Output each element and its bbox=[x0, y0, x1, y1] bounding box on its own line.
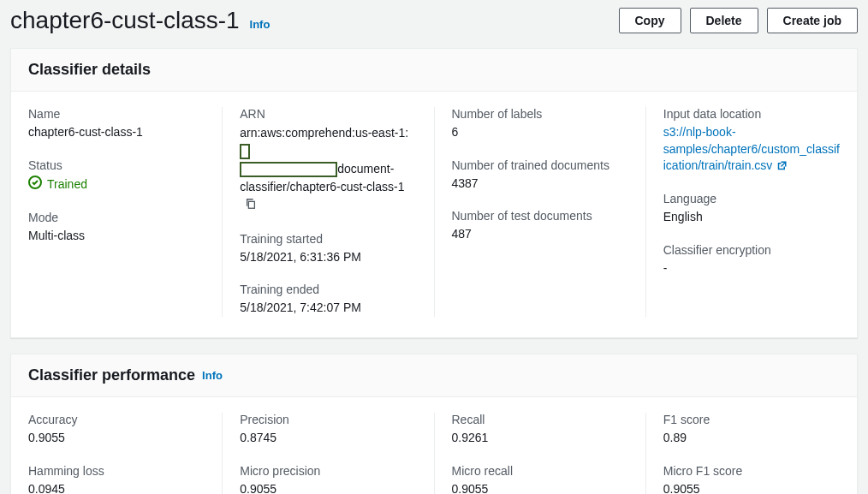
training-ended-label: Training ended bbox=[240, 283, 416, 296]
svg-rect-1 bbox=[249, 201, 255, 208]
kv-hamming: Hamming loss 0.0945 bbox=[28, 464, 205, 494]
kv-recall: Recall 0.9261 bbox=[452, 413, 628, 447]
details-col-4: Input data location s3://nlp-book-sample… bbox=[663, 107, 840, 317]
classifier-performance-body: Accuracy 0.9055 Hamming loss 0.0945 Prec… bbox=[11, 397, 857, 494]
arn-part1: arn:aws:comprehend:us-east-1: bbox=[240, 126, 408, 140]
classifier-details-panel: Classifier details Name chapter6-cust-cl… bbox=[10, 48, 858, 338]
precision-label: Precision bbox=[240, 413, 416, 426]
kv-micro-f1: Micro F1 score 0.9055 bbox=[663, 464, 840, 494]
kv-arn: ARN arn:aws:comprehend:us-east-1: docume… bbox=[240, 107, 416, 215]
perf-col-1: Accuracy 0.9055 Hamming loss 0.0945 bbox=[28, 413, 223, 494]
copy-icon[interactable] bbox=[245, 197, 257, 215]
classifier-details-title: Classifier details bbox=[28, 61, 151, 79]
micro-precision-value: 0.9055 bbox=[240, 481, 416, 494]
input-loc-label: Input data location bbox=[663, 107, 840, 121]
kv-num-test: Number of test documents 487 bbox=[452, 209, 628, 243]
header-actions: Copy Delete Create job bbox=[619, 8, 859, 33]
num-trained-value: 4387 bbox=[452, 176, 628, 193]
micro-recall-label: Micro recall bbox=[452, 464, 628, 478]
kv-encryption: Classifier encryption - bbox=[663, 243, 840, 277]
info-link[interactable]: Info bbox=[202, 369, 223, 382]
input-loc-value: s3://nlp-book-samples/chapter6/custom_cl… bbox=[663, 124, 840, 175]
create-job-button[interactable]: Create job bbox=[767, 8, 858, 33]
status-text: Trained bbox=[47, 176, 87, 193]
recall-label: Recall bbox=[452, 413, 628, 426]
language-label: Language bbox=[663, 192, 840, 205]
copy-button[interactable]: Copy bbox=[619, 8, 681, 33]
f1-label: F1 score bbox=[663, 413, 840, 426]
kv-training-started: Training started 5/18/2021, 6:31:36 PM bbox=[240, 232, 416, 266]
num-test-label: Number of test documents bbox=[452, 209, 628, 223]
details-col-2: ARN arn:aws:comprehend:us-east-1: docume… bbox=[240, 107, 434, 317]
kv-mode: Mode Multi-class bbox=[28, 211, 205, 245]
classifier-performance-panel: Classifier performance Info Accuracy 0.9… bbox=[10, 354, 858, 494]
kv-accuracy: Accuracy 0.9055 bbox=[28, 413, 205, 447]
training-started-value: 5/18/2021, 6:31:36 PM bbox=[240, 249, 416, 266]
kv-name: Name chapter6-cust-class-1 bbox=[28, 107, 205, 141]
page-header: chapter6-cust-class-1 Info Copy Delete C… bbox=[0, 0, 868, 48]
training-ended-value: 5/18/2021, 7:42:07 PM bbox=[240, 300, 416, 317]
kv-micro-recall: Micro recall 0.9055 bbox=[452, 464, 628, 494]
kv-status: Status Trained bbox=[28, 158, 205, 194]
encryption-label: Classifier encryption bbox=[663, 243, 840, 257]
arn-value: arn:aws:comprehend:us-east-1: document-c… bbox=[240, 124, 416, 215]
encryption-value: - bbox=[663, 260, 840, 277]
perf-col-2: Precision 0.8745 Micro precision 0.9055 bbox=[240, 413, 434, 494]
mode-label: Mode bbox=[28, 211, 205, 224]
kv-language: Language English bbox=[663, 192, 840, 226]
hamming-label: Hamming loss bbox=[28, 464, 205, 478]
kv-micro-precision: Micro precision 0.9055 bbox=[240, 464, 416, 494]
kv-num-trained: Number of trained documents 4387 bbox=[452, 158, 628, 193]
training-started-label: Training started bbox=[240, 232, 416, 246]
kv-training-ended: Training ended 5/18/2021, 7:42:07 PM bbox=[240, 283, 416, 317]
num-trained-label: Number of trained documents bbox=[452, 158, 628, 172]
details-col-1: Name chapter6-cust-class-1 Status Traine… bbox=[28, 107, 223, 317]
name-label: Name bbox=[28, 107, 205, 121]
perf-col-3: Recall 0.9261 Micro recall 0.9055 bbox=[452, 413, 646, 494]
num-test-value: 487 bbox=[452, 226, 628, 243]
classifier-details-header: Classifier details bbox=[11, 49, 857, 92]
page-title: chapter6-cust-class-1 bbox=[10, 7, 240, 33]
status-label: Status bbox=[28, 158, 205, 172]
details-col-3: Number of labels 6 Number of trained doc… bbox=[452, 107, 646, 317]
accuracy-value: 0.9055 bbox=[28, 430, 205, 447]
num-labels-value: 6 bbox=[452, 124, 628, 141]
name-value: chapter6-cust-class-1 bbox=[28, 124, 205, 141]
hamming-value: 0.0945 bbox=[28, 481, 205, 494]
check-circle-icon bbox=[28, 176, 42, 194]
redacted-box bbox=[240, 144, 250, 159]
redacted-box bbox=[240, 162, 337, 177]
language-value: English bbox=[663, 209, 840, 226]
input-loc-link[interactable]: s3://nlp-book-samples/chapter6/custom_cl… bbox=[663, 125, 840, 172]
kv-f1: F1 score 0.89 bbox=[663, 413, 840, 447]
kv-input-loc: Input data location s3://nlp-book-sample… bbox=[663, 107, 840, 175]
micro-f1-label: Micro F1 score bbox=[663, 464, 840, 478]
accuracy-label: Accuracy bbox=[28, 413, 205, 426]
arn-label: ARN bbox=[240, 107, 416, 121]
external-link-icon bbox=[777, 158, 788, 176]
classifier-performance-header: Classifier performance Info bbox=[11, 354, 857, 397]
kv-num-labels: Number of labels 6 bbox=[452, 107, 628, 141]
classifier-performance-title: Classifier performance bbox=[28, 366, 195, 384]
status-value: Trained bbox=[28, 176, 205, 194]
num-labels-label: Number of labels bbox=[452, 107, 628, 121]
perf-col-4: F1 score 0.89 Micro F1 score 0.9055 bbox=[663, 413, 840, 494]
f1-value: 0.89 bbox=[663, 430, 840, 447]
delete-button[interactable]: Delete bbox=[690, 8, 758, 33]
precision-value: 0.8745 bbox=[240, 430, 416, 447]
page-title-wrap: chapter6-cust-class-1 Info bbox=[10, 7, 270, 34]
info-link[interactable]: Info bbox=[250, 18, 271, 31]
mode-value: Multi-class bbox=[28, 228, 205, 245]
recall-value: 0.9261 bbox=[452, 430, 628, 447]
classifier-details-body: Name chapter6-cust-class-1 Status Traine… bbox=[11, 92, 857, 337]
micro-recall-value: 0.9055 bbox=[452, 481, 628, 494]
micro-f1-value: 0.9055 bbox=[663, 481, 840, 494]
micro-precision-label: Micro precision bbox=[240, 464, 416, 478]
kv-precision: Precision 0.8745 bbox=[240, 413, 416, 447]
